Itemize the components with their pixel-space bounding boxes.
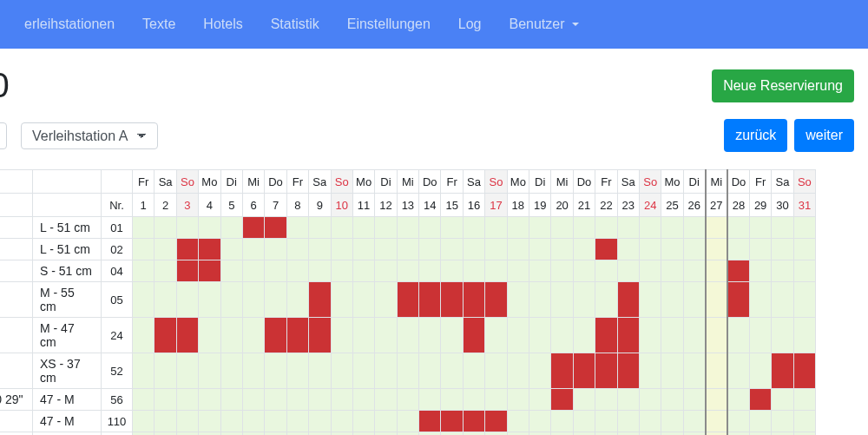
calendar-cell[interactable] [220, 239, 242, 260]
calendar-cell[interactable] [220, 411, 242, 432]
calendar-cell[interactable] [463, 239, 484, 260]
calendar-cell[interactable] [220, 282, 242, 318]
calendar-cell[interactable] [573, 282, 595, 318]
calendar-cell[interactable] [242, 389, 264, 411]
calendar-cell[interactable] [133, 411, 155, 432]
calendar-cell[interactable] [683, 432, 705, 436]
calendar-cell[interactable] [199, 432, 220, 436]
calendar-cell[interactable] [176, 282, 198, 318]
calendar-cell[interactable] [595, 217, 617, 239]
calendar-cell[interactable] [265, 389, 286, 411]
calendar-cell[interactable] [441, 389, 463, 411]
calendar-cell[interactable] [331, 318, 352, 353]
calendar-cell[interactable] [507, 353, 529, 389]
calendar-cell[interactable] [375, 353, 397, 389]
calendar-cell[interactable] [617, 239, 639, 260]
calendar-cell[interactable] [573, 411, 595, 432]
calendar-cell[interactable] [441, 411, 463, 432]
calendar-cell[interactable] [793, 432, 815, 436]
calendar-cell[interactable] [529, 282, 551, 318]
calendar-cell[interactable] [507, 411, 529, 432]
calendar-cell[interactable] [286, 389, 308, 411]
calendar-cell[interactable] [242, 318, 264, 353]
calendar-cell[interactable] [573, 389, 595, 411]
calendar-cell[interactable] [352, 353, 374, 389]
calendar-cell[interactable] [573, 217, 595, 239]
calendar-cell[interactable] [772, 318, 793, 353]
calendar-cell[interactable] [529, 411, 551, 432]
calendar-cell[interactable] [155, 389, 176, 411]
calendar-cell[interactable] [265, 260, 286, 282]
calendar-cell[interactable] [573, 353, 595, 389]
calendar-cell[interactable] [573, 432, 595, 436]
calendar-cell[interactable] [397, 411, 418, 432]
calendar-cell[interactable] [595, 411, 617, 432]
calendar-cell[interactable] [441, 318, 463, 353]
calendar-cell[interactable] [265, 432, 286, 436]
calendar-cell[interactable] [176, 432, 198, 436]
calendar-cell[interactable] [309, 217, 331, 239]
calendar-cell[interactable] [397, 282, 418, 318]
calendar-cell[interactable] [242, 432, 264, 436]
calendar-cell[interactable] [529, 260, 551, 282]
calendar-cell[interactable] [419, 217, 441, 239]
calendar-cell[interactable] [220, 318, 242, 353]
calendar-cell[interactable] [683, 217, 705, 239]
calendar-cell[interactable] [661, 389, 683, 411]
calendar-cell[interactable] [727, 318, 749, 353]
calendar-cell[interactable] [772, 353, 793, 389]
calendar-cell[interactable] [661, 411, 683, 432]
calendar-cell[interactable] [176, 389, 198, 411]
calendar-cell[interactable] [573, 260, 595, 282]
calendar-cell[interactable] [242, 411, 264, 432]
calendar-cell[interactable] [683, 353, 705, 389]
calendar-cell[interactable] [727, 389, 749, 411]
calendar-cell[interactable] [242, 260, 264, 282]
calendar-cell[interactable] [727, 282, 749, 318]
calendar-cell[interactable] [155, 217, 176, 239]
calendar-cell[interactable] [352, 389, 374, 411]
calendar-cell[interactable] [639, 282, 661, 318]
calendar-cell[interactable] [419, 239, 441, 260]
calendar-cell[interactable] [683, 389, 705, 411]
calendar-cell[interactable] [441, 353, 463, 389]
calendar-cell[interactable] [683, 411, 705, 432]
calendar-cell[interactable] [397, 353, 418, 389]
calendar-cell[interactable] [573, 318, 595, 353]
calendar-cell[interactable] [375, 318, 397, 353]
calendar-cell[interactable] [551, 260, 573, 282]
forward-button[interactable]: weiter [794, 119, 854, 152]
calendar-cell[interactable] [419, 411, 441, 432]
calendar-cell[interactable] [661, 239, 683, 260]
calendar-cell[interactable] [133, 389, 155, 411]
calendar-cell[interactable] [661, 217, 683, 239]
calendar-cell[interactable] [463, 260, 484, 282]
calendar-cell[interactable] [375, 260, 397, 282]
calendar-cell[interactable] [463, 389, 484, 411]
calendar-cell[interactable] [397, 260, 418, 282]
calendar-cell[interactable] [706, 432, 727, 436]
calendar-cell[interactable] [309, 318, 331, 353]
calendar-cell[interactable] [242, 217, 264, 239]
calendar-cell[interactable] [551, 432, 573, 436]
calendar-cell[interactable] [419, 353, 441, 389]
calendar-cell[interactable] [352, 239, 374, 260]
calendar-cell[interactable] [242, 353, 264, 389]
calendar-cell[interactable] [463, 411, 484, 432]
calendar-cell[interactable] [352, 411, 374, 432]
calendar-cell[interactable] [706, 239, 727, 260]
calendar-cell[interactable] [529, 217, 551, 239]
calendar-cell[interactable] [419, 260, 441, 282]
calendar-cell[interactable] [265, 217, 286, 239]
calendar-cell[interactable] [133, 353, 155, 389]
calendar-cell[interactable] [706, 411, 727, 432]
calendar-cell[interactable] [485, 239, 507, 260]
calendar-cell[interactable] [661, 432, 683, 436]
calendar-cell[interactable] [595, 318, 617, 353]
calendar-cell[interactable] [331, 432, 352, 436]
calendar-cell[interactable] [639, 318, 661, 353]
nav-statistik[interactable]: Statistik [260, 10, 330, 39]
calendar-cell[interactable] [617, 282, 639, 318]
calendar-cell[interactable] [749, 389, 771, 411]
calendar-cell[interactable] [176, 411, 198, 432]
